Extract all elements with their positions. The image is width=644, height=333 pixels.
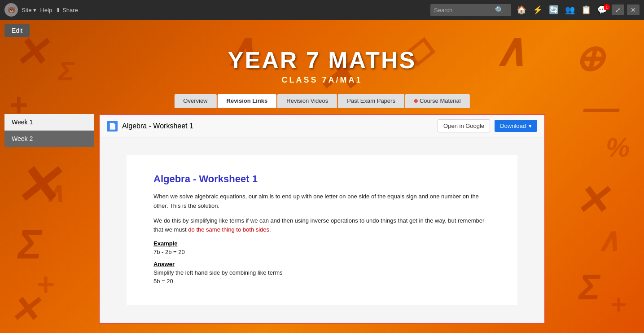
site-menu[interactable]: Site ▾ bbox=[22, 7, 36, 13]
worksheet-title: Algebra - Worksheet 1 bbox=[153, 173, 491, 185]
topbar-left: 🐻 Site ▾ Help ⬆ Share bbox=[4, 3, 78, 17]
answer-equation: 5b = 20 bbox=[153, 278, 491, 285]
answer-description: Simplify the left hand side by combining… bbox=[153, 269, 491, 276]
site-logo: 🐻 bbox=[4, 3, 18, 17]
open-google-button[interactable]: Open in Google bbox=[438, 119, 490, 132]
document-icon: 📄 bbox=[107, 121, 118, 131]
list-icon[interactable]: 📋 bbox=[579, 3, 593, 17]
example-label: Example bbox=[153, 240, 491, 247]
highlight-text: do the same thing to both sides. bbox=[188, 226, 271, 233]
search-box[interactable]: 🔍 bbox=[430, 4, 511, 16]
share-icon: ⬆ bbox=[56, 7, 61, 13]
expand-button[interactable]: ⤢ bbox=[612, 4, 624, 15]
download-chevron-icon: ▾ bbox=[529, 123, 532, 129]
sidebar-item-week2[interactable]: Week 2 bbox=[4, 131, 94, 147]
sidebar: Week 1 Week 2 bbox=[4, 114, 94, 147]
hero-title-block: YEAR 7 MATHS CLASS 7A/MA1 bbox=[228, 47, 416, 85]
notifications[interactable]: 💬 1 bbox=[596, 5, 609, 15]
document-title: Algebra - Worksheet 1 bbox=[122, 122, 433, 130]
tab-revision-links[interactable]: Revision Links bbox=[218, 94, 277, 108]
paragraph-1: When we solve algebraic equations, our a… bbox=[153, 192, 491, 211]
sidebar-item-week1[interactable]: Week 1 bbox=[4, 114, 94, 131]
topbar: 🐻 Site ▾ Help ⬆ Share 🔍 🏠 ⚡ 🔄 👥 📋 💬 1 ⤢ … bbox=[0, 0, 644, 20]
help-link[interactable]: Help bbox=[40, 7, 52, 13]
download-button[interactable]: Download ▾ bbox=[495, 120, 537, 132]
search-icon: 🔍 bbox=[495, 6, 504, 14]
share-label: Share bbox=[62, 7, 78, 13]
search-input[interactable] bbox=[434, 7, 492, 13]
tab-overview[interactable]: Overview bbox=[174, 94, 216, 108]
edit-button[interactable]: Edit bbox=[4, 24, 30, 37]
site-label: Site bbox=[22, 7, 31, 13]
page-subtitle: CLASS 7A/MA1 bbox=[228, 75, 416, 85]
site-chevron-icon: ▾ bbox=[33, 7, 36, 13]
tab-revision-videos[interactable]: Revision Videos bbox=[277, 94, 337, 108]
people-icon[interactable]: 👥 bbox=[563, 3, 577, 17]
document-content: Algebra - Worksheet 1 When we solve alge… bbox=[127, 155, 517, 305]
document-header: 📄 Algebra - Worksheet 1 Open in Google D… bbox=[100, 115, 544, 137]
page-title: YEAR 7 MATHS bbox=[228, 47, 416, 74]
notif-badge: 1 bbox=[604, 4, 610, 10]
home-icon[interactable]: 🏠 bbox=[515, 3, 528, 17]
tabs-bar: Overview Revision Links Revision Videos … bbox=[174, 94, 469, 108]
answer-label: Answer bbox=[153, 261, 491, 267]
refresh-icon[interactable]: 🔄 bbox=[547, 3, 561, 17]
hero-area: ✕ Σ ∧ ✕ ◇ ∧ ⊕ + ○ ✕ ∧ Σ + ✕ — % ✕ ∧ Σ + … bbox=[0, 20, 644, 333]
course-material-dot bbox=[414, 99, 418, 103]
topbar-right-icons: 🏠 ⚡ 🔄 👥 📋 💬 1 ⤢ ✕ bbox=[515, 3, 640, 17]
close-button[interactable]: ✕ bbox=[627, 4, 640, 15]
document-panel: 📄 Algebra - Worksheet 1 Open in Google D… bbox=[99, 114, 545, 324]
document-body[interactable]: Algebra - Worksheet 1 When we solve alge… bbox=[100, 137, 544, 323]
paragraph-2: We do this by simplifying like terms if … bbox=[153, 216, 491, 235]
tab-course-material[interactable]: Course Material bbox=[405, 94, 470, 108]
share-button[interactable]: ⬆ Share bbox=[56, 7, 78, 13]
example-equation: 7b - 2b = 20 bbox=[153, 249, 491, 255]
flash-icon[interactable]: ⚡ bbox=[531, 3, 544, 17]
tab-past-exam-papers[interactable]: Past Exam Papers bbox=[338, 94, 404, 108]
